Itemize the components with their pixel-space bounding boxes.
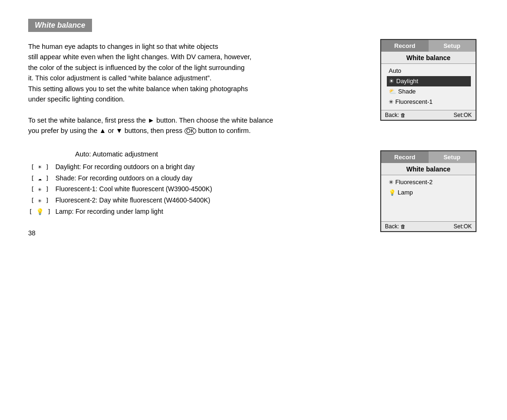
lamp-bracket: [ 💡 ] xyxy=(28,207,52,217)
menu-set-2: Set:OK xyxy=(453,223,472,230)
menu-tab-record-1[interactable]: Record xyxy=(381,40,429,52)
menu-items-2: Fluorescent-2 Lamp xyxy=(381,175,476,221)
daylight-desc: Daylight: For recording outdoors on a br… xyxy=(55,162,195,173)
menu-item-shade-label: Shade xyxy=(398,86,416,97)
list-item-lamp: [ 💡 ] Lamp: For recording under lamp lig… xyxy=(28,206,371,218)
menu-item-fluor2-label: Fluorescent-2 xyxy=(395,177,432,187)
menu-item-fluor1-label: Fluorescent-1 xyxy=(395,97,432,107)
menu-header-1: Record Setup xyxy=(381,40,476,52)
menu-footer-1: Back: Set:OK xyxy=(381,110,476,120)
list-item-shade: [ ☁ ] Shade: For recording outdoors on a… xyxy=(28,173,371,184)
fluor1-bracket: [ ✳ ] xyxy=(28,184,52,194)
fluor2-bracket: [ ✳ ] xyxy=(28,195,52,206)
title-banner: White balance xyxy=(28,19,92,32)
list-item-fluor1: [ ✳ ] Fluorescent-1: Cool white fluoresc… xyxy=(28,184,371,195)
lamp-icon xyxy=(389,187,396,198)
list-area: Auto: Automatic adjustment [ ☀ ] Dayligh… xyxy=(28,150,371,232)
page-container: White balance The human eye adapts to ch… xyxy=(0,0,507,251)
auto-label: Auto: Automatic adjustment xyxy=(75,150,371,158)
intro-paragraph: The human eye adapts to changes in light… xyxy=(28,41,371,105)
content-area: The human eye adapts to changes in light… xyxy=(28,41,479,136)
menu-footer-2: Back: Set:OK xyxy=(381,221,476,231)
list-item-daylight: [ ☀ ] Daylight: For recording outdoors o… xyxy=(28,162,371,173)
right-panel-2: Record Setup White balance Fluorescent-2… xyxy=(380,150,479,232)
spacer-1 xyxy=(389,198,471,208)
menu-set-1: Set:OK xyxy=(453,112,472,118)
menu-item-lamp-label: Lamp xyxy=(398,187,413,198)
menu-item-auto[interactable]: Auto xyxy=(389,66,471,76)
fluor2-desc: Fluorescent-2: Day white fluorescent (W4… xyxy=(55,195,210,206)
camera-menu-2: Record Setup White balance Fluorescent-2… xyxy=(380,150,476,232)
fluor2-menu-icon xyxy=(389,177,393,187)
menu-title-2: White balance xyxy=(381,163,476,175)
spacer-2 xyxy=(389,208,471,218)
right-panels: Record Setup White balance Auto Daylight… xyxy=(380,39,479,136)
shade-icon xyxy=(389,86,396,97)
menu-header-2: Record Setup xyxy=(381,151,476,163)
camera-menu-1: Record Setup White balance Auto Daylight… xyxy=(380,39,476,121)
shade-bracket: [ ☁ ] xyxy=(28,173,52,184)
menu-item-shade[interactable]: Shade xyxy=(389,86,471,97)
page-title: White balance xyxy=(35,21,85,29)
menu-item-daylight[interactable]: Daylight xyxy=(387,76,471,86)
fluor1-icon xyxy=(389,97,393,107)
menu-back-1: Back: xyxy=(385,112,406,118)
trash-icon-2 xyxy=(400,223,406,230)
menu-title-1: White balance xyxy=(381,52,476,64)
list-item-fluor2: [ ✳ ] Fluorescent-2: Day white fluoresce… xyxy=(28,195,371,206)
left-text: The human eye adapts to changes in light… xyxy=(28,41,371,136)
shade-desc: Shade: For recording outdoors on a cloud… xyxy=(55,173,192,184)
second-section: Auto: Automatic adjustment [ ☀ ] Dayligh… xyxy=(28,150,479,232)
menu-item-auto-label: Auto xyxy=(389,66,401,76)
menu-item-fluor1[interactable]: Fluorescent-1 xyxy=(389,97,471,107)
menu-tab-record-2[interactable]: Record xyxy=(381,151,429,163)
lamp-desc: Lamp: For recording under lamp light xyxy=(55,206,163,218)
menu-items-1: Auto Daylight Shade Fluorescent-1 xyxy=(381,64,476,110)
daylight-bracket: [ ☀ ] xyxy=(28,162,52,172)
icon-list: [ ☀ ] Daylight: For recording outdoors o… xyxy=(28,162,371,218)
menu-tab-setup-2[interactable]: Setup xyxy=(429,151,476,163)
fluor1-desc: Fluorescent-1: Cool white fluorescent (W… xyxy=(55,184,212,195)
menu-back-2: Back: xyxy=(385,223,406,230)
trash-icon-1 xyxy=(400,112,406,118)
page-number: 38 xyxy=(28,229,36,237)
menu-tab-setup-1[interactable]: Setup xyxy=(429,40,476,52)
menu-item-daylight-label: Daylight xyxy=(396,76,418,86)
sun-icon xyxy=(389,76,394,86)
second-content: Auto: Automatic adjustment [ ☀ ] Dayligh… xyxy=(28,150,479,232)
menu-item-fluor2[interactable]: Fluorescent-2 xyxy=(389,177,471,187)
instruction-paragraph: To set the white balance, first press th… xyxy=(28,115,371,136)
menu-item-lamp[interactable]: Lamp xyxy=(389,187,471,198)
